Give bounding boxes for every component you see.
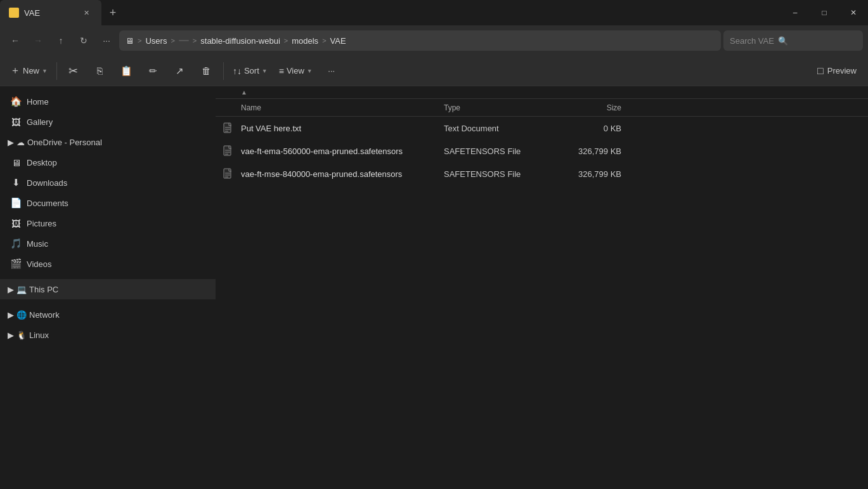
desktop-icon: 🖥 xyxy=(10,157,22,168)
tab-folder-icon xyxy=(9,8,19,18)
sidebar-gallery-label: Gallery xyxy=(27,117,208,127)
table-row[interactable]: Put VAE here.txt Text Document 0 KB xyxy=(216,117,868,140)
col-header-name[interactable]: Name xyxy=(216,103,444,112)
network-chevron: ▶ xyxy=(8,310,14,320)
table-row[interactable]: vae-ft-ema-560000-ema-pruned.safetensors… xyxy=(216,140,868,162)
file-size-mse840: 326,799 KB xyxy=(558,169,634,179)
file-size-ema560: 326,799 KB xyxy=(558,147,634,156)
sidebar-item-music[interactable]: 🎵 Music 📌 xyxy=(0,233,216,254)
toolbar: ＋ New ▼ ✂ ⎘ 📋 ✏ ↗ 🗑 ↑↓ Sort ▼ ≡ View ▼ ·… xyxy=(0,56,868,86)
address-models: models xyxy=(292,36,318,46)
home-icon: 🏠 xyxy=(10,96,22,107)
linux-icon: 🐧 xyxy=(16,330,27,340)
thispc-icon: 💻 xyxy=(16,285,27,294)
address-vae: VAE xyxy=(330,36,346,46)
sidebar-item-desktop[interactable]: 🖥 Desktop 📌 xyxy=(0,152,216,173)
sidebar-item-gallery[interactable]: 🖼 Gallery xyxy=(0,112,216,132)
file-type-ema560: SAFETENSORS File xyxy=(444,147,558,156)
up-button[interactable]: ↑ xyxy=(51,30,71,51)
new-label: New xyxy=(23,66,39,75)
rename-button[interactable]: ✏ xyxy=(141,58,166,84)
view-button[interactable]: ≡ View ▼ xyxy=(274,58,318,84)
onedrive-icon: ☁ xyxy=(16,138,25,147)
more-options-button[interactable]: ··· xyxy=(319,58,344,84)
more-nav-button[interactable]: ··· xyxy=(96,30,117,51)
file-column-headers: Name Type Size xyxy=(216,99,868,117)
sidebar-home-label: Home xyxy=(27,97,208,107)
sidebar-item-onedrive[interactable]: ▶ ☁ OneDrive - Personal xyxy=(0,132,216,152)
sidebar-item-videos[interactable]: 🎬 Videos 📌 xyxy=(0,254,216,274)
sidebar-item-thispc[interactable]: ▶ 💻 This PC xyxy=(0,279,216,299)
view-icon: ≡ xyxy=(279,66,284,76)
close-button[interactable]: ✕ xyxy=(839,0,868,25)
onedrive-chevron: ▶ xyxy=(8,138,14,147)
preview-label: Preview xyxy=(827,66,857,75)
refresh-button[interactable]: ↻ xyxy=(74,30,94,51)
sidebar: 🏠 Home 🖼 Gallery ▶ ☁ OneDrive - Personal… xyxy=(0,86,216,489)
new-icon: ＋ xyxy=(10,64,20,77)
sidebar-linux-label: Linux xyxy=(29,330,49,340)
sidebar-item-pictures[interactable]: 🖼 Pictures 📌 xyxy=(0,213,216,233)
address-users: Users xyxy=(145,36,167,46)
sidebar-network-label: Network xyxy=(29,310,60,320)
preview-button[interactable]: □ Preview xyxy=(811,63,863,79)
search-label: Search VAE xyxy=(730,36,774,46)
minimize-button[interactable]: – xyxy=(781,0,810,25)
sidebar-item-home[interactable]: 🏠 Home xyxy=(0,91,216,112)
view-label: View xyxy=(287,66,304,75)
col-header-type[interactable]: Type xyxy=(444,103,558,112)
address-monitor-icon: 🖥 xyxy=(126,36,134,46)
title-bar: VAE ✕ + – □ ✕ xyxy=(0,0,868,25)
file-size-txt: 0 KB xyxy=(558,124,634,133)
table-row[interactable]: vae-ft-mse-840000-ema-pruned.safetensors… xyxy=(216,162,868,185)
sidebar-item-network[interactable]: ▶ 🌐 Network xyxy=(0,304,216,325)
col-header-size[interactable]: Size xyxy=(558,103,634,112)
sort-up-indicator: ▲ xyxy=(241,89,247,96)
new-chevron: ▼ xyxy=(42,68,48,74)
sidebar-item-documents[interactable]: 📄 Documents 📌 xyxy=(0,193,216,213)
sidebar-downloads-label: Downloads xyxy=(27,178,193,188)
sidebar-item-downloads[interactable]: ⬇ Downloads 📌 xyxy=(0,173,216,193)
file-area: ▲ Name Type Size xyxy=(216,86,868,489)
window-controls: – □ ✕ xyxy=(781,0,868,25)
paste-button[interactable]: 📋 xyxy=(114,58,139,84)
title-bar-left: VAE ✕ + xyxy=(0,0,124,25)
search-box[interactable]: Search VAE 🔍 xyxy=(723,30,863,51)
sidebar-onedrive-label: OneDrive - Personal xyxy=(27,138,102,147)
cut-button[interactable]: ✂ xyxy=(61,58,86,84)
sort-button[interactable]: ↑↓ Sort ▼ xyxy=(228,58,273,84)
sort-label: Sort xyxy=(244,66,259,75)
forward-button[interactable]: → xyxy=(28,30,48,51)
file-icon-txt xyxy=(216,122,241,134)
tab-vae[interactable]: VAE ✕ xyxy=(0,0,101,25)
address-bar[interactable]: 🖥 > Users > > stable-diffusion-webui > m… xyxy=(119,30,721,51)
tab-close-button[interactable]: ✕ xyxy=(80,6,93,19)
file-name-txt: Put VAE here.txt xyxy=(241,124,444,133)
downloads-icon: ⬇ xyxy=(10,177,22,188)
network-icon: 🌐 xyxy=(16,310,27,320)
linux-chevron: ▶ xyxy=(8,330,14,340)
new-tab-button[interactable]: + xyxy=(101,1,124,24)
documents-icon: 📄 xyxy=(10,197,22,209)
delete-button[interactable]: 🗑 xyxy=(194,58,219,84)
copy-button[interactable]: ⎘ xyxy=(87,58,113,84)
file-type-txt: Text Document xyxy=(444,124,558,133)
main-area: 🏠 Home 🖼 Gallery ▶ ☁ OneDrive - Personal… xyxy=(0,86,868,489)
address-user xyxy=(179,40,189,41)
toolbar-right: □ Preview xyxy=(811,63,863,79)
videos-icon: 🎬 xyxy=(10,258,22,270)
file-icon-mse840 xyxy=(216,168,241,179)
file-icon-ema560 xyxy=(216,145,241,157)
sidebar-music-label: Music xyxy=(27,239,193,249)
search-icon: 🔍 xyxy=(778,36,788,46)
sidebar-pictures-label: Pictures xyxy=(27,219,193,228)
view-chevron: ▼ xyxy=(307,68,313,74)
thispc-chevron: ▶ xyxy=(8,285,14,294)
share-button[interactable]: ↗ xyxy=(167,58,193,84)
file-type-mse840: SAFETENSORS File xyxy=(444,169,558,179)
sidebar-item-linux[interactable]: ▶ 🐧 Linux xyxy=(0,325,216,345)
new-button[interactable]: ＋ New ▼ xyxy=(5,58,53,84)
toolbar-sep-1 xyxy=(56,62,57,80)
maximize-button[interactable]: □ xyxy=(810,0,839,25)
back-button[interactable]: ← xyxy=(5,30,25,51)
